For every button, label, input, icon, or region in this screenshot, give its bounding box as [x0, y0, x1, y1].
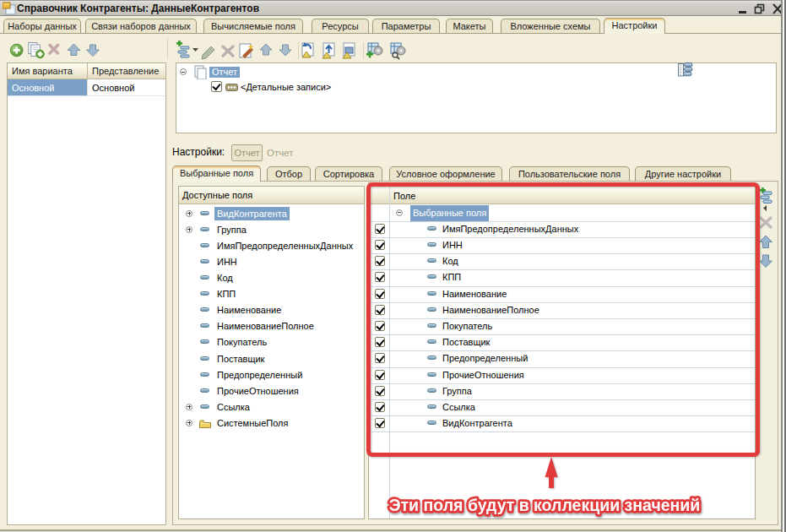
- svg-text:Эти поля будут в коллекции зна: Эти поля будут в коллекции значений: [389, 496, 701, 514]
